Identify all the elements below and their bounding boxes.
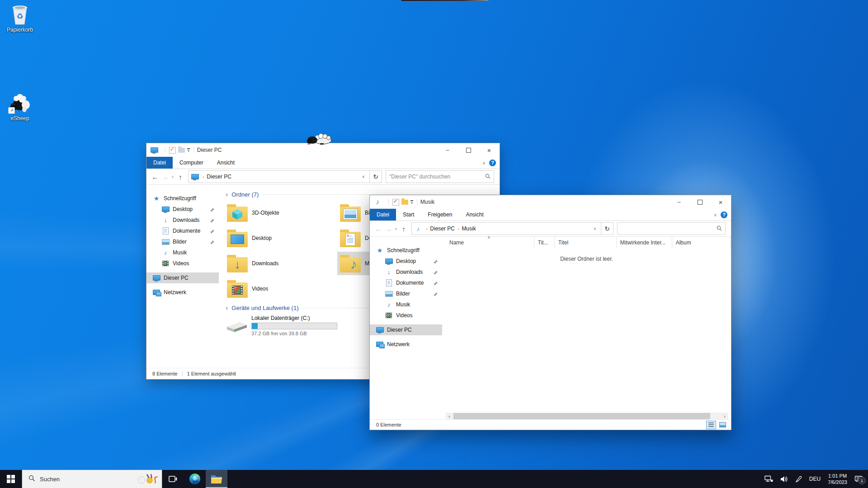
- large-icons-view-button[interactable]: [717, 421, 727, 429]
- recent-locations-dropdown[interactable]: ∨: [393, 227, 399, 231]
- task-view-button[interactable]: [162, 470, 184, 488]
- tab-freigeben[interactable]: Freigeben: [421, 209, 459, 221]
- back-button[interactable]: ←: [373, 225, 383, 233]
- maximize-button[interactable]: [458, 143, 479, 157]
- address-dropdown[interactable]: ∨: [591, 226, 599, 231]
- horizontal-scrollbar[interactable]: ‹ ›: [446, 413, 728, 420]
- customize-toolbar-dropdown[interactable]: ∨: [187, 148, 190, 152]
- sidebar-item-dieser-pc[interactable]: Dieser PC: [146, 272, 219, 283]
- sidebar-item-bilder[interactable]: Bilder: [146, 236, 219, 247]
- esheep-sleeping-sprite[interactable]: [307, 134, 333, 146]
- minimize-button[interactable]: –: [437, 143, 458, 157]
- breadcrumb-dieser-pc[interactable]: Dieser PC: [428, 225, 457, 232]
- expand-ribbon-chevron[interactable]: ∨: [482, 160, 486, 165]
- sidebar-item-netzwerk[interactable]: Netzwerk: [146, 287, 219, 298]
- hard-drive-icon: [226, 321, 248, 334]
- new-folder-button[interactable]: [178, 148, 185, 153]
- properties-button[interactable]: [169, 147, 176, 154]
- maximize-button[interactable]: [689, 195, 710, 209]
- document-icon: [385, 279, 393, 286]
- breadcrumb-musik[interactable]: Musik: [459, 225, 478, 232]
- close-button[interactable]: ×: [479, 143, 500, 157]
- sidebar-item-desktop[interactable]: Desktop: [146, 204, 219, 215]
- pin-icon: [210, 218, 214, 224]
- folder-tile-videos[interactable]: Videos: [224, 277, 343, 300]
- tab-datei[interactable]: Datei: [370, 209, 396, 221]
- start-button[interactable]: [0, 470, 22, 488]
- customize-toolbar-dropdown[interactable]: ∨: [410, 200, 413, 204]
- search-box[interactable]: [617, 222, 726, 235]
- scroll-left-arrow[interactable]: ‹: [446, 413, 453, 419]
- expand-ribbon-chevron[interactable]: ∨: [714, 212, 717, 217]
- sidebar-item-netzwerk[interactable]: Netzwerk: [370, 339, 442, 350]
- help-icon[interactable]: ?: [489, 160, 496, 166]
- tab-datei[interactable]: Datei: [146, 157, 173, 169]
- file-explorer-button[interactable]: [206, 470, 227, 488]
- column-titelnummer[interactable]: Tit...: [534, 237, 555, 249]
- taskbar-clock[interactable]: 1:01 PM 7/6/2023: [828, 473, 847, 485]
- desktop-icon-recycle-bin[interactable]: ♻ Papierkorb: [3, 4, 37, 33]
- navigation-pane: ★ Schnellzugriff Desktop ↓ Downloads Dok…: [146, 184, 219, 368]
- language-indicator[interactable]: DEU: [809, 476, 821, 482]
- sidebar-item-dokumente[interactable]: Dokumente: [146, 225, 219, 236]
- pen-icon[interactable]: [795, 476, 802, 483]
- drive-tile-c[interactable]: Lokaler Datenträger (C:) 37.2 GB frei vo…: [226, 315, 337, 336]
- column-mitwirkende[interactable]: Mitwirkende Inter...: [617, 237, 672, 249]
- properties-button[interactable]: [392, 199, 399, 206]
- scrollbar-thumb[interactable]: [453, 413, 710, 419]
- search-box[interactable]: "Dieser PC" durchsuchen: [386, 170, 494, 183]
- column-name[interactable]: Name: [446, 237, 534, 249]
- sidebar-item-videos[interactable]: Videos: [146, 258, 219, 269]
- minimize-button[interactable]: –: [669, 195, 689, 209]
- sidebar-item-musik[interactable]: ♪ Musik: [370, 299, 442, 310]
- column-album[interactable]: Album: [672, 237, 731, 249]
- address-dropdown[interactable]: ∨: [359, 174, 367, 179]
- sidebar-item-dieser-pc[interactable]: Dieser PC: [370, 324, 442, 335]
- volume-icon[interactable]: [780, 476, 788, 483]
- sidebar-item-schnellzugriff[interactable]: ★ Schnellzugriff: [146, 193, 219, 204]
- edge-button[interactable]: [184, 470, 206, 488]
- tab-start[interactable]: Start: [396, 209, 421, 221]
- collapse-chevron-icon[interactable]: ∨: [225, 192, 228, 197]
- search-highlight-golf-icon[interactable]: [137, 474, 158, 484]
- tab-computer[interactable]: Computer: [173, 157, 210, 169]
- download-arrow-icon: ↓: [385, 269, 393, 275]
- sidebar-item-downloads[interactable]: ↓ Downloads: [146, 215, 219, 225]
- details-view-button[interactable]: [706, 421, 716, 429]
- sidebar-item-bilder[interactable]: Bilder: [370, 288, 442, 299]
- close-button[interactable]: ×: [710, 195, 731, 209]
- title-bar[interactable]: ♪ ∨ Musik – ×: [370, 195, 731, 209]
- folder-tile-desktop[interactable]: Desktop: [224, 226, 343, 250]
- forward-button[interactable]: →: [383, 225, 393, 233]
- sidebar-item-schnellzugriff[interactable]: ★ Schnellzugriff: [370, 245, 442, 256]
- breadcrumb-dieser-pc[interactable]: Dieser PC: [204, 174, 234, 180]
- sidebar-item-desktop[interactable]: Desktop: [370, 256, 442, 267]
- refresh-button[interactable]: ↻: [370, 170, 382, 183]
- forward-button[interactable]: →: [160, 173, 170, 181]
- network-icon[interactable]: [764, 475, 773, 483]
- taskbar-search[interactable]: Suchen: [22, 470, 162, 488]
- up-button[interactable]: ↑: [175, 173, 185, 181]
- collapse-chevron-icon[interactable]: ∨: [225, 305, 228, 310]
- help-icon[interactable]: ?: [721, 211, 727, 218]
- sidebar-item-videos[interactable]: Videos: [370, 310, 442, 321]
- scroll-right-arrow[interactable]: ›: [721, 413, 728, 419]
- column-titel[interactable]: Titel: [555, 237, 617, 249]
- folder-tile-3d-objekte[interactable]: 3D-Objekte: [224, 201, 343, 225]
- tab-ansicht[interactable]: Ansicht: [210, 157, 241, 169]
- sidebar-item-musik[interactable]: ♪ Musik: [146, 247, 219, 258]
- address-bar[interactable]: ♪ › Dieser PC › Musik ∨: [411, 222, 601, 235]
- back-button[interactable]: ←: [150, 173, 160, 181]
- sidebar-item-dokumente[interactable]: Dokumente: [370, 277, 442, 288]
- desktop-icon-esheep[interactable]: ↗ eSheep: [3, 92, 37, 122]
- sidebar-item-downloads[interactable]: ↓ Downloads: [370, 267, 442, 277]
- recent-locations-dropdown[interactable]: ∨: [170, 175, 175, 179]
- up-button[interactable]: ↑: [399, 225, 409, 233]
- refresh-button[interactable]: ↻: [601, 222, 613, 235]
- tab-ansicht[interactable]: Ansicht: [459, 209, 490, 221]
- windows-logo-icon: [7, 475, 15, 483]
- new-folder-button[interactable]: [401, 200, 408, 205]
- action-center-button[interactable]: 1: [854, 475, 863, 483]
- address-bar[interactable]: › Dieser PC ∨: [188, 170, 370, 183]
- folder-tile-downloads[interactable]: ↓ Downloads: [224, 252, 343, 275]
